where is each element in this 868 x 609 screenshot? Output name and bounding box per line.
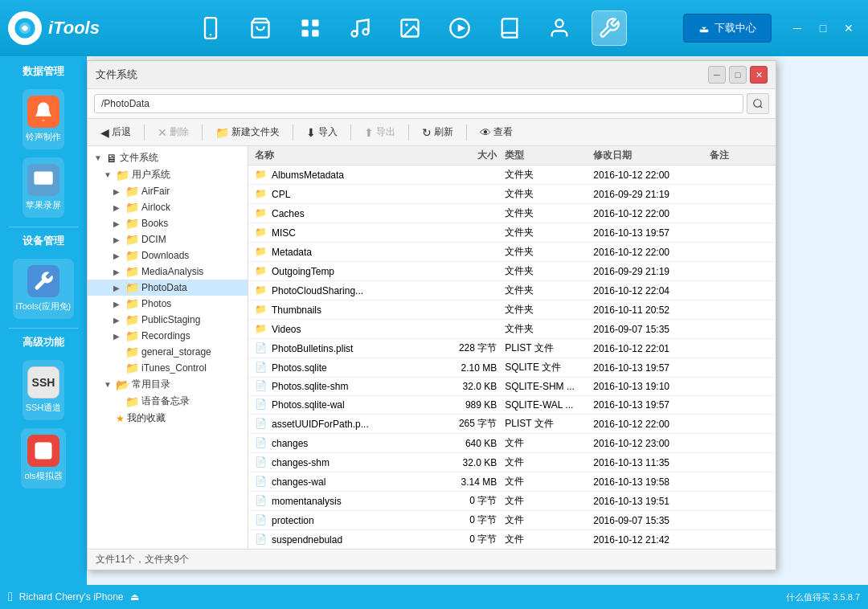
photo-tab[interactable] [392,10,428,46]
table-row[interactable]: 📄 PhotoBulletins.plist 228 字节 PLIST 文件 2… [248,339,776,358]
tree-common[interactable]: ▼ 📂 常用目录 [88,376,248,393]
table-row[interactable]: 📄 changes 640 KB 文件 2016-10-12 23:00 [248,434,776,453]
tree-favorites[interactable]: ★ 我的收藏 [88,410,248,427]
music-tab[interactable] [342,10,378,46]
top-bar: iTools [0,0,868,56]
file-name: CPL [272,189,290,200]
sidebar-item-itools-app[interactable]: iTools(应用免) [13,259,74,319]
path-input[interactable] [94,94,743,113]
tree-books[interactable]: ▶ 📁 Books [88,215,248,231]
import-button[interactable]: ⬇ 导入 [300,123,344,141]
tree-itunes-control[interactable]: 📁 iTunes_Control [88,360,248,376]
file-icon: 📄 [255,437,268,450]
table-row[interactable]: 📁 CPL 文件夹 2016-09-29 21:19 [248,185,776,204]
file-name: AlbumsMetadata [272,170,344,181]
view-button[interactable]: 👁 查看 [473,123,519,141]
file-name: Photos.sqlite-shm [272,381,348,392]
tree-photos[interactable]: ▶ 📁 Photos [88,296,248,312]
tree-voice-memo[interactable]: 📁 语音备忘录 [88,393,248,410]
file-name: Photos.sqlite-wal [272,399,345,411]
tree-publicstaging[interactable]: ▶ 📁 PublicStaging [88,312,248,328]
file-size: 228 字节 [432,341,497,355]
file-size: 0 字节 [432,533,497,546]
file-date: 2016-10-13 11:35 [585,457,702,468]
table-row[interactable]: 📄 changes-shm 32.0 KB 文件 2016-10-13 11:3… [248,453,776,472]
file-type: PLIST 文件 [497,417,585,431]
minimize-button[interactable]: ─ [786,17,809,39]
grid-tab[interactable] [293,10,328,46]
tree-photodata[interactable]: ▶ 📁 PhotoData [88,280,248,296]
table-row[interactable]: 📁 Metadata 文件夹 2016-10-12 22:00 [248,243,776,262]
refresh-button[interactable]: ↻ 刷新 [416,123,460,141]
back-button[interactable]: ◀ 后退 [94,123,137,141]
new-folder-button[interactable]: 📁 新建文件夹 [209,123,286,141]
file-type: 文件夹 [497,168,585,182]
phone-tab[interactable] [193,10,228,46]
tree-dcim[interactable]: ▶ 📁 DCIM [88,231,248,247]
dialog-close[interactable]: ✕ [750,66,768,84]
svg-marker-14 [458,24,465,31]
file-type: 文件夹 [497,322,585,336]
sidebar-item-ringtone[interactable]: 铃声制作 [23,89,64,149]
folder-icon: 📁 [255,207,268,220]
table-row[interactable]: 📁 PhotoCloudSharing... 文件夹 2016-10-12 22… [248,281,776,300]
file-type: 文件夹 [497,226,585,239]
app-name: iTools [48,18,100,39]
tree-recordings[interactable]: ▶ 📁 Recordings [88,328,248,344]
tree-user-system[interactable]: ▼ 📁 用户系统 [88,166,248,183]
export-button[interactable]: ⬆ 导出 [358,123,402,141]
delete-button[interactable]: ✕ 删除 [151,123,195,141]
file-date: 2016-10-12 23:00 [585,438,702,449]
section-device-title: 设备管理 [23,234,64,248]
user-tab[interactable] [542,10,577,46]
file-date: 2016-10-13 19:51 [585,496,702,507]
tree-airlock[interactable]: ▶ 📁 Airlock [88,199,248,215]
sidebar-item-screen-record[interactable]: 苹果录屏 [23,157,64,218]
dialog-minimize[interactable]: ─ [708,66,726,84]
table-row[interactable]: 📄 Photos.sqlite-shm 32.0 KB SQLITE-SHM .… [248,378,776,396]
file-name: OutgoingTemp [272,266,334,277]
table-row[interactable]: 📄 Photos.sqlite 2.10 MB SQLITE 文件 2016-1… [248,358,776,378]
tree-general-storage[interactable]: 📁 general_storage [88,344,248,360]
book-tab[interactable] [492,10,527,46]
table-row[interactable]: 📄 protection 0 字节 文件 2016-09-07 15:35 [248,511,776,530]
file-size: 32.0 KB [432,381,497,392]
table-row[interactable]: 📁 Videos 文件夹 2016-09-07 15:35 [248,320,776,339]
apple-logo-icon:  [8,590,13,604]
table-row[interactable]: 📄 changes-wal 3.14 MB 文件 2016-10-13 19:5… [248,472,776,492]
sidebar-item-ssh[interactable]: SSH SSH通道 [23,360,65,420]
table-row[interactable]: 📄 momentanalysis 0 字节 文件 2016-10-13 19:5… [248,492,776,511]
table-row[interactable]: 📄 suspendnebulad 0 字节 文件 2016-10-12 21:4… [248,530,776,549]
dialog-maximize[interactable]: □ [729,66,747,84]
file-date: 2016-10-13 19:10 [585,381,702,392]
table-row[interactable]: 📁 Thumbnails 文件夹 2016-10-11 20:52 [248,300,776,320]
tree-airfair[interactable]: ▶ 📁 AirFair [88,183,248,199]
file-type: 文件夹 [497,284,585,297]
tree-root[interactable]: ▼ 🖥 文件系统 [88,149,248,166]
video-tab[interactable] [442,10,477,46]
device-info:  Richard Cherry's iPhone ⏏ [8,590,139,604]
table-row[interactable]: 📁 OutgoingTemp 文件夹 2016-09-29 21:19 [248,262,776,281]
table-row[interactable]: 📄 assetUUIDForPath.p... 265 字节 PLIST 文件 … [248,415,776,434]
table-row[interactable]: 📁 AlbumsMetadata 文件夹 2016-10-12 22:00 [248,166,776,185]
tree-downloads[interactable]: ▶ 📁 Downloads [88,247,248,264]
table-row[interactable]: 📁 MISC 文件夹 2016-10-13 19:57 [248,223,776,243]
maximize-button[interactable]: □ [812,17,834,39]
cart-tab[interactable] [243,10,278,46]
sidebar-item-simulator[interactable]: ols模拟器 [21,428,65,488]
tree-panel: ▼ 🖥 文件系统 ▼ 📁 用户系统 ▶ 📁 AirFair ▶ 📁 Airloc… [88,146,248,549]
close-button[interactable]: ✕ [837,17,860,39]
file-list-header: 名称 大小 类型 修改日期 备注 [248,146,776,166]
tools-tab[interactable] [592,10,627,46]
download-button[interactable]: 下载中心 [683,14,772,43]
table-row[interactable]: 📄 Photos.sqlite-wal 989 KB SQLITE-WAL ..… [248,396,776,415]
table-row[interactable]: 📁 Caches 文件夹 2016-10-12 22:00 [248,204,776,223]
path-search-button[interactable] [747,93,769,114]
file-date: 2016-10-12 22:00 [585,170,702,181]
file-icon: 📄 [255,533,268,546]
svg-rect-6 [312,20,318,27]
file-size: 989 KB [432,399,497,411]
file-name: momentanalysis [272,496,342,507]
content-area: ▼ 🖥 文件系统 ▼ 📁 用户系统 ▶ 📁 AirFair ▶ 📁 Airloc… [88,146,776,549]
tree-mediaanalysis[interactable]: ▶ 📁 MediaAnalysis [88,264,248,280]
